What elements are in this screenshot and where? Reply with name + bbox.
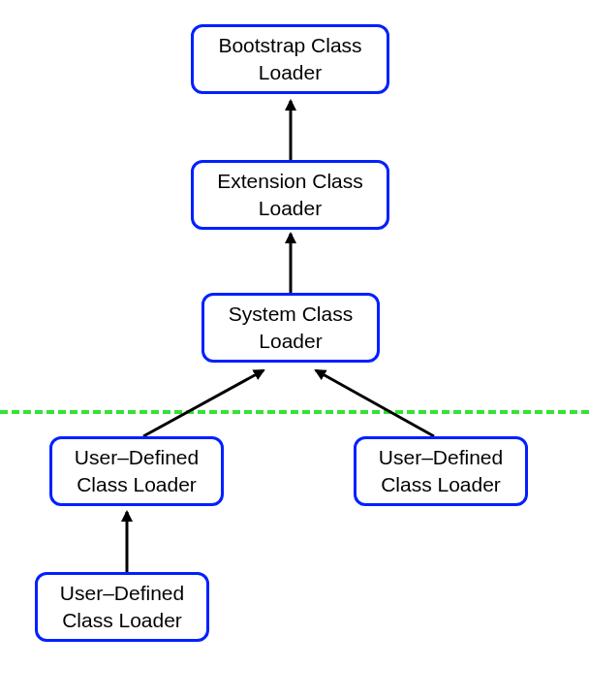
node-user-defined-right: User–Defined Class Loader [354,436,528,506]
node-label-line1: Extension Class [217,170,363,192]
node-extension: Extension Class Loader [191,160,389,230]
node-bootstrap: Bootstrap Class Loader [191,24,389,94]
node-label-line1: Bootstrap Class [218,34,361,56]
node-label-line1: System Class [229,302,353,325]
node-label-line2: Class Loader [381,473,501,495]
node-user-defined-left: User–Defined Class Loader [49,436,224,506]
svg-line-3 [316,370,434,436]
divider-line [0,410,589,414]
node-label-line2: Class Loader [62,609,182,631]
node-label-line2: Loader [259,197,322,219]
svg-line-2 [143,370,264,436]
node-label-line2: Class Loader [77,473,197,495]
node-system: System Class Loader [202,293,380,363]
node-label-line2: Loader [259,61,322,83]
node-label-line1: User–Defined [60,582,184,604]
node-label-line2: Loader [259,330,322,352]
node-label-line1: User–Defined [379,446,503,468]
node-user-defined-bottom: User–Defined Class Loader [35,572,209,642]
node-label-line1: User–Defined [75,446,199,468]
